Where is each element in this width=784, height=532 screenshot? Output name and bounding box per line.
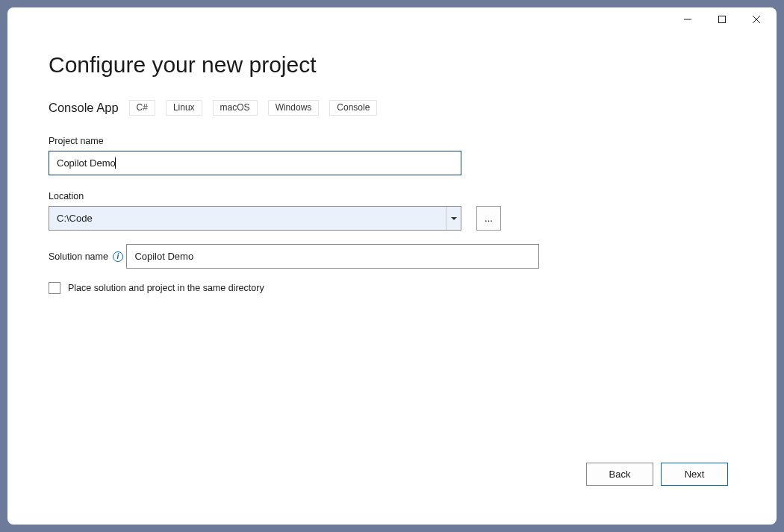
dialog-footer: Back Next xyxy=(586,463,728,486)
template-tag-linux: Linux xyxy=(166,100,202,116)
solution-name-label: Solution name xyxy=(49,251,108,262)
same-dir-row: Place solution and project in the same d… xyxy=(49,282,735,294)
text-cursor-icon xyxy=(115,157,116,169)
template-row: Console App C# Linux macOS Windows Conso… xyxy=(49,100,735,116)
template-tag-windows: Windows xyxy=(268,100,320,116)
close-button[interactable] xyxy=(739,8,774,31)
solution-name-field: Solution name i xyxy=(49,244,735,269)
project-name-input[interactable]: Copilot Demo xyxy=(49,151,461,175)
form: Project name Copilot Demo Location C:\Co… xyxy=(49,134,735,294)
next-button[interactable]: Next xyxy=(661,463,728,486)
dialog-content: Configure your new project Console App C… xyxy=(7,31,777,525)
location-label: Location xyxy=(49,191,84,201)
browse-button[interactable]: ... xyxy=(476,206,501,231)
browse-label: ... xyxy=(485,213,493,224)
location-field: Location C:\Code ... xyxy=(49,189,735,231)
solution-name-label-row: Solution name i xyxy=(49,251,123,262)
back-button[interactable]: Back xyxy=(586,463,653,486)
template-name: Console App xyxy=(49,101,119,115)
minimize-button[interactable] xyxy=(671,8,705,31)
page-title: Configure your new project xyxy=(49,52,735,78)
same-dir-label[interactable]: Place solution and project in the same d… xyxy=(68,283,264,293)
location-value: C:\Code xyxy=(57,213,93,224)
same-dir-checkbox[interactable] xyxy=(49,282,60,294)
solution-name-input[interactable] xyxy=(126,244,539,269)
dialog-outer-frame: Configure your new project Console App C… xyxy=(0,0,784,532)
maximize-icon xyxy=(718,16,726,23)
project-name-label: Project name xyxy=(49,136,104,146)
template-tag-csharp: C# xyxy=(129,100,155,116)
project-name-field: Project name Copilot Demo xyxy=(49,134,735,175)
dialog-window: Configure your new project Console App C… xyxy=(7,7,777,525)
svg-rect-1 xyxy=(719,16,726,23)
location-select[interactable]: C:\Code xyxy=(49,206,461,231)
minimize-icon xyxy=(684,16,691,23)
window-title-bar xyxy=(7,7,777,31)
template-tag-console: Console xyxy=(329,100,377,116)
project-name-value: Copilot Demo xyxy=(57,157,116,169)
location-select-wrap: C:\Code xyxy=(49,206,461,231)
template-tag-macos: macOS xyxy=(213,100,258,116)
maximize-button[interactable] xyxy=(705,8,739,31)
info-icon[interactable]: i xyxy=(113,251,123,262)
close-icon xyxy=(753,16,760,23)
